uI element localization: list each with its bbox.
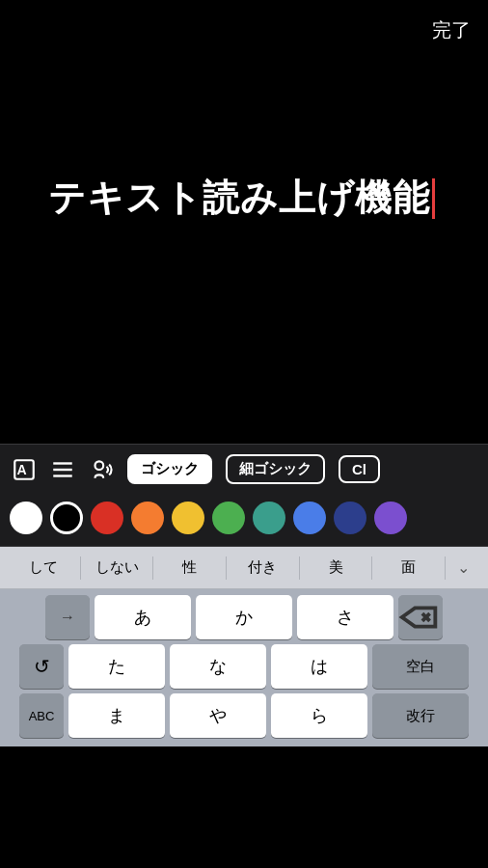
svg-point-5 bbox=[95, 461, 104, 470]
canvas-area: 完了 テキスト読み上げ機能 bbox=[0, 0, 488, 444]
font-cl-button[interactable]: Cl bbox=[339, 455, 380, 483]
text-cursor bbox=[432, 178, 435, 219]
suggestion-2[interactable]: 性 bbox=[153, 553, 226, 583]
key-row-3: ABC ま や ら 改行 bbox=[4, 693, 484, 738]
key-ta[interactable]: た bbox=[68, 644, 165, 689]
key-ka[interactable]: か bbox=[196, 595, 292, 639]
font-gothic-button[interactable]: ゴシック bbox=[127, 454, 212, 484]
key-undo[interactable]: ↺ bbox=[19, 644, 64, 689]
suggestion-4[interactable]: 美 bbox=[300, 553, 372, 583]
suggestion-1[interactable]: しない bbox=[81, 553, 153, 583]
toolbar: A ゴシック 細ゴシック Cl bbox=[0, 444, 488, 494]
suggestions-expand-button[interactable]: ⌄ bbox=[446, 558, 480, 577]
color-swatch-green[interactable] bbox=[212, 502, 245, 534]
font-thin-gothic-button[interactable]: 細ゴシック bbox=[226, 454, 325, 484]
color-swatch-purple[interactable] bbox=[374, 502, 407, 534]
key-row-1: → あ か さ bbox=[4, 595, 484, 639]
key-arrow[interactable]: → bbox=[45, 595, 90, 639]
suggestion-3[interactable]: 付き bbox=[227, 553, 299, 583]
keyboard: → あ か さ ↺ た な は 空白 ABC ま や ら 改行 bbox=[0, 589, 488, 746]
key-delete[interactable] bbox=[398, 595, 443, 639]
color-swatch-red[interactable] bbox=[91, 502, 123, 534]
key-ha[interactable]: は bbox=[271, 644, 367, 689]
key-sa[interactable]: さ bbox=[297, 595, 393, 639]
key-abc[interactable]: ABC bbox=[19, 693, 64, 738]
color-swatch-yellow[interactable] bbox=[172, 502, 204, 534]
key-a[interactable]: あ bbox=[95, 595, 191, 639]
key-na[interactable]: な bbox=[170, 644, 266, 689]
color-swatch-white-ring[interactable] bbox=[50, 502, 83, 534]
color-swatch-teal[interactable] bbox=[253, 502, 285, 534]
key-ya[interactable]: や bbox=[170, 693, 266, 738]
color-row bbox=[0, 494, 488, 547]
key-ma[interactable]: ま bbox=[68, 693, 165, 738]
done-button[interactable]: 完了 bbox=[432, 17, 471, 43]
svg-text:A: A bbox=[16, 462, 26, 477]
color-swatch-navy[interactable] bbox=[334, 502, 366, 534]
suggestion-5[interactable]: 面 bbox=[372, 553, 445, 583]
align-icon[interactable] bbox=[50, 457, 75, 482]
suggestion-0[interactable]: して bbox=[8, 553, 80, 583]
color-swatch-blue[interactable] bbox=[293, 502, 326, 534]
font-icon[interactable]: A bbox=[12, 457, 37, 482]
key-space[interactable]: 空白 bbox=[372, 644, 469, 689]
tts-icon[interactable] bbox=[89, 457, 114, 482]
main-text: テキスト読み上げ機能 bbox=[48, 174, 435, 223]
key-return[interactable]: 改行 bbox=[372, 693, 469, 738]
key-ra[interactable]: ら bbox=[271, 693, 367, 738]
suggestions-bar: して しない 性 付き 美 面 ⌄ bbox=[0, 547, 488, 589]
color-swatch-orange[interactable] bbox=[131, 502, 164, 534]
key-row-2: ↺ た な は 空白 bbox=[4, 644, 484, 689]
color-swatch-white[interactable] bbox=[10, 502, 42, 534]
